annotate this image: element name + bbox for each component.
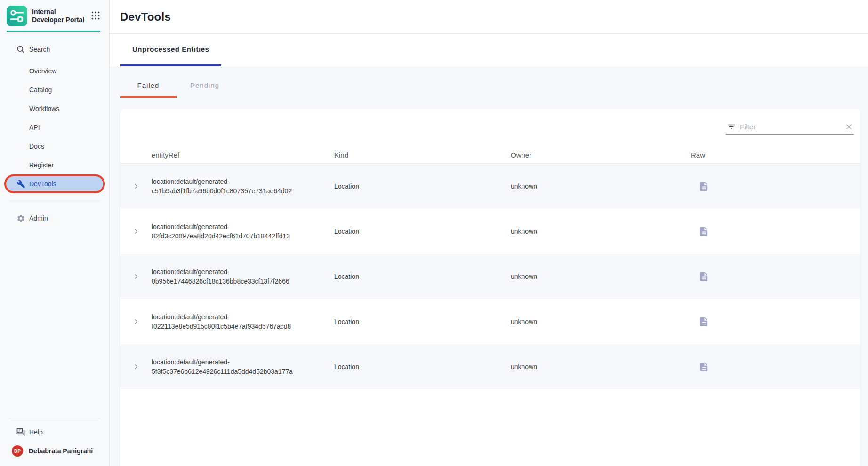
entityref-cell: location:default/generated-5f3f5c37e6b61… <box>152 357 308 377</box>
sidebar-item-label: API <box>29 124 40 131</box>
sidebar-divider <box>8 418 101 418</box>
table-body: location:default/generated-c51b9ab3f1fb7… <box>120 164 860 389</box>
column-header-owner: Owner <box>511 151 691 159</box>
clear-filter-icon[interactable] <box>845 123 853 131</box>
table-row: location:default/generated-82fd3c20097ea… <box>120 209 860 254</box>
table-toolbar <box>120 109 860 147</box>
sidebar-header: Internal Developer Portal <box>0 0 109 31</box>
expand-row-button[interactable] <box>130 225 142 237</box>
entityref-cell: location:default/generated-0b956e1744682… <box>152 267 308 286</box>
table-header-row: entityRef Kind Owner Raw <box>120 147 860 164</box>
avatar: DP <box>12 445 23 457</box>
owner-cell: unknown <box>511 318 691 325</box>
sidebar-item-label: Help <box>29 428 43 436</box>
column-header-raw: Raw <box>691 151 860 159</box>
expand-row-button[interactable] <box>130 361 142 373</box>
sidebar-item-admin[interactable]: Admin <box>4 209 105 228</box>
filter-field <box>726 121 854 135</box>
sub-tab-bar: Failed Pending <box>120 66 860 98</box>
page-title: DevTools <box>120 10 171 24</box>
kind-cell: Location <box>334 228 511 235</box>
owner-cell: unknown <box>511 273 691 280</box>
sidebar-item-search[interactable]: Search <box>4 40 105 59</box>
expand-row-button[interactable] <box>130 316 142 328</box>
table-row: location:default/generated-0b956e1744682… <box>120 254 860 299</box>
table-row: location:default/generated-5f3f5c37e6b61… <box>120 344 860 389</box>
entityref-cell: location:default/generated-82fd3c20097ea… <box>152 222 308 241</box>
wrench-icon <box>16 179 25 189</box>
svg-text:?: ? <box>18 428 21 432</box>
sidebar-divider <box>8 201 101 201</box>
filter-icon <box>727 122 736 131</box>
user-menu[interactable]: DP Debabrata Panigrahi <box>0 442 109 460</box>
gear-icon <box>16 213 25 223</box>
sidebar-item-workflows[interactable]: Workflows <box>4 99 105 118</box>
sidebar-item-api[interactable]: API <box>4 118 105 137</box>
sidebar-item-label: Catalog <box>29 86 52 94</box>
sidebar-item-help[interactable]: ? Help <box>4 423 105 442</box>
app-window: Internal Developer Portal Search <box>0 0 868 466</box>
sidebar-item-catalog[interactable]: Catalog <box>4 80 105 99</box>
sidebar-item-label: Workflows <box>29 105 59 112</box>
sidebar-item-register[interactable]: Register <box>4 156 105 174</box>
sidebar-bottom: ? Help DP Debabrata Panigrahi <box>0 410 109 466</box>
owner-cell: unknown <box>511 228 691 235</box>
sidebar-item-devtools[interactable]: DevTools <box>4 174 105 193</box>
primary-tab-bar: Unprocessed Entities <box>110 34 868 66</box>
sidebar-item-docs[interactable]: Docs <box>4 137 105 156</box>
owner-cell: unknown <box>511 363 691 371</box>
sidebar-nav: Search Overview Catalog Workflows API Do… <box>0 32 109 228</box>
column-header-entityref: entityRef <box>152 151 334 159</box>
user-name: Debabrata Panigrahi <box>29 447 93 455</box>
sidebar-item-label: Register <box>29 161 54 169</box>
help-chat-icon: ? <box>16 427 25 437</box>
sidebar-item-overview[interactable]: Overview <box>4 62 105 80</box>
kind-cell: Location <box>334 182 511 190</box>
entities-table-card: entityRef Kind Owner Raw location:defaul… <box>120 109 860 466</box>
filter-input[interactable] <box>740 123 841 131</box>
sidebar-item-label: Search <box>29 46 50 53</box>
expand-row-button[interactable] <box>130 180 142 192</box>
sidebar-item-label: DevTools <box>29 180 56 188</box>
table-row: location:default/generated-c51b9ab3f1fb7… <box>120 164 860 209</box>
sidebar: Internal Developer Portal Search <box>0 0 110 466</box>
tab-unprocessed-entities[interactable]: Unprocessed Entities <box>120 34 221 66</box>
tab-failed[interactable]: Failed <box>120 72 177 98</box>
column-header-kind: Kind <box>334 151 511 159</box>
app-title: Internal Developer Portal <box>32 8 85 24</box>
tab-pending[interactable]: Pending <box>177 72 233 98</box>
document-icon[interactable] <box>698 316 710 328</box>
document-icon[interactable] <box>698 180 710 193</box>
search-icon <box>16 45 25 54</box>
owner-cell: unknown <box>511 182 691 190</box>
sidebar-item-label: Admin <box>29 214 48 222</box>
expand-row-button[interactable] <box>130 270 142 283</box>
sidebar-item-label: Docs <box>29 142 44 150</box>
kind-cell: Location <box>334 318 511 325</box>
app-logo-icon <box>7 6 27 26</box>
kind-cell: Location <box>334 273 511 280</box>
entityref-cell: location:default/generated-c51b9ab3f1fb7… <box>152 177 308 196</box>
page-header: DevTools <box>110 0 868 34</box>
document-icon[interactable] <box>698 225 710 238</box>
sidebar-item-label: Overview <box>29 67 56 75</box>
main-area: DevTools Unprocessed Entities Failed Pen… <box>110 0 868 466</box>
apps-grid-icon[interactable] <box>89 9 102 23</box>
content-area: Failed Pending <box>110 66 868 466</box>
document-icon[interactable] <box>698 270 710 283</box>
entityref-cell: location:default/generated-f022113e8e5d9… <box>152 312 308 332</box>
table-row: location:default/generated-f022113e8e5d9… <box>120 299 860 344</box>
document-icon[interactable] <box>698 361 710 373</box>
kind-cell: Location <box>334 363 511 371</box>
